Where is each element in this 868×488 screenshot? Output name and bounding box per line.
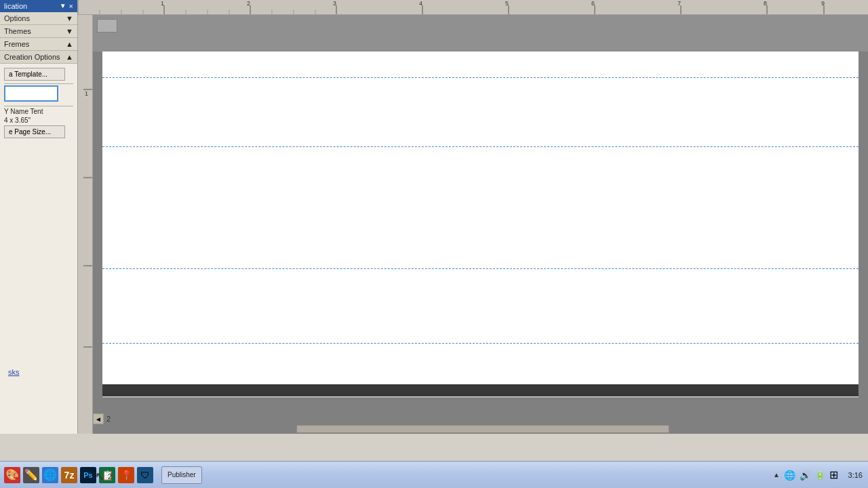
- svg-text:7: 7: [677, 0, 681, 7]
- creation-options-content: a Template... Y Name Tent 4 x 3.65" e Pa…: [0, 64, 77, 142]
- guide-line-mid-upper: [102, 146, 859, 147]
- taskbar-clock: 3:16: [842, 471, 863, 479]
- frames-arrow: ▲: [66, 40, 73, 48]
- cursor-indicator: ↖ 2: [95, 469, 112, 484]
- taskbar-icon-paint[interactable]: 🎨: [4, 467, 20, 483]
- template-button[interactable]: a Template...: [4, 68, 65, 81]
- svg-text:2: 2: [247, 0, 250, 7]
- taskbar-icon-battery[interactable]: 🔋: [815, 470, 825, 480]
- taskbar-icon-shield[interactable]: 🛡: [137, 467, 153, 483]
- ruler-left-svg: 1 1 2 3 4: [78, 15, 93, 434]
- page-indicator-area: ◄ 2: [93, 413, 111, 424]
- panel-title-bar: lication ▼ ×: [0, 0, 77, 12]
- svg-text:1: 1: [78, 87, 79, 91]
- taskbar-icon-pen[interactable]: ✏️: [23, 467, 39, 483]
- panel-close-btn[interactable]: ×: [69, 2, 73, 10]
- svg-text:8: 8: [764, 0, 767, 7]
- svg-text:3: 3: [78, 264, 79, 267]
- tasks-link[interactable]: sks: [4, 364, 24, 380]
- ruler-top: 1 2 3 4 5 6 7 8 9: [78, 0, 868, 15]
- frames-label: Fremes: [4, 40, 29, 48]
- svg-text:1: 1: [161, 0, 164, 7]
- themes-arrow: ▼: [66, 27, 73, 35]
- divider2: [4, 106, 73, 106]
- page-size-button[interactable]: e Page Size...: [4, 125, 65, 138]
- svg-rect-29: [78, 15, 93, 434]
- active-window-btn[interactable]: Publisher: [161, 466, 202, 484]
- h-scrollbar-thumb[interactable]: [296, 425, 669, 433]
- taskbar-icon-network[interactable]: 🌐: [784, 470, 795, 481]
- svg-rect-0: [78, 0, 868, 14]
- svg-text:9: 9: [821, 0, 825, 7]
- creation-options-arrow: ▲: [66, 53, 73, 61]
- template-name-input[interactable]: [4, 85, 58, 102]
- options-label: Options: [4, 14, 30, 22]
- taskbar-icon-photoshop[interactable]: Ps: [80, 467, 96, 483]
- panel-title: lication: [4, 2, 27, 10]
- left-panel: lication ▼ × Options ▼ Themes ▼ Fremes ▲…: [0, 0, 78, 434]
- svg-text:1: 1: [85, 90, 88, 97]
- template-size-label: 4 x 3.65": [4, 117, 73, 124]
- ruler-left: 1 1 2 3 4: [78, 15, 93, 434]
- main-canvas-area: 1 2 3 4 5 6 7 8 9: [78, 0, 868, 434]
- page-canvas: ◄ 2: [93, 15, 868, 434]
- guide-line-top: [102, 77, 859, 78]
- white-page: [102, 52, 859, 397]
- creation-options-label: Creation Options: [4, 53, 60, 61]
- ruler-top-svg: 1 2 3 4 5 6 7 8 9: [78, 0, 868, 14]
- toolbar-icon-area: [97, 19, 117, 33]
- svg-text:2: 2: [78, 176, 79, 179]
- top-gray-strip: [93, 15, 868, 52]
- taskbar-icon-address[interactable]: 📍: [118, 467, 134, 483]
- creation-options-section-header[interactable]: Creation Options ▲: [0, 51, 77, 64]
- options-arrow: ▼: [66, 14, 73, 22]
- themes-label: Themes: [4, 27, 31, 35]
- taskbar-start: 🎨 ✏️ 🌐 7z Ps 📋 📍 🛡: [3, 467, 155, 483]
- taskbar-icon-volume[interactable]: 🔊: [800, 470, 811, 481]
- taskbar: 🎨 ✏️ 🌐 7z Ps 📋 📍 🛡 Publisher ↖ 2: [0, 461, 868, 488]
- template-name-label: Y Name Tent: [4, 108, 73, 115]
- svg-text:3: 3: [333, 0, 336, 7]
- taskbar-icon-chrome[interactable]: 🌐: [42, 467, 58, 483]
- divider1: [4, 83, 73, 84]
- svg-text:6: 6: [591, 0, 595, 7]
- svg-text:4: 4: [419, 0, 422, 7]
- svg-text:5: 5: [505, 0, 509, 7]
- guide-line-lower: [102, 343, 859, 344]
- panel-minimize-btn[interactable]: ▼: [60, 2, 66, 10]
- active-window-label: Publisher: [167, 471, 196, 479]
- page-arrow-left[interactable]: ◄: [93, 413, 104, 424]
- taskbar-icon-7zip[interactable]: 7z: [61, 467, 77, 483]
- guide-line-mid-lower: [102, 268, 859, 269]
- taskbar-right: ▲ 🌐 🔊 🔋 ⊞ 3:16: [773, 468, 863, 481]
- themes-section-header[interactable]: Themes ▼: [0, 25, 77, 38]
- svg-text:4: 4: [78, 345, 79, 348]
- taskbar-icon-resize[interactable]: ⊞: [829, 468, 838, 481]
- cursor-icon: ↖: [95, 469, 105, 484]
- dark-bottom-strip: [102, 384, 859, 396]
- cursor-page-num: 2: [108, 472, 112, 481]
- taskbar-notification-arrow[interactable]: ▲: [773, 471, 780, 479]
- options-section-header[interactable]: Options ▼: [0, 12, 77, 25]
- frames-section-header[interactable]: Fremes ▲: [0, 38, 77, 51]
- page-number: 2: [106, 415, 111, 423]
